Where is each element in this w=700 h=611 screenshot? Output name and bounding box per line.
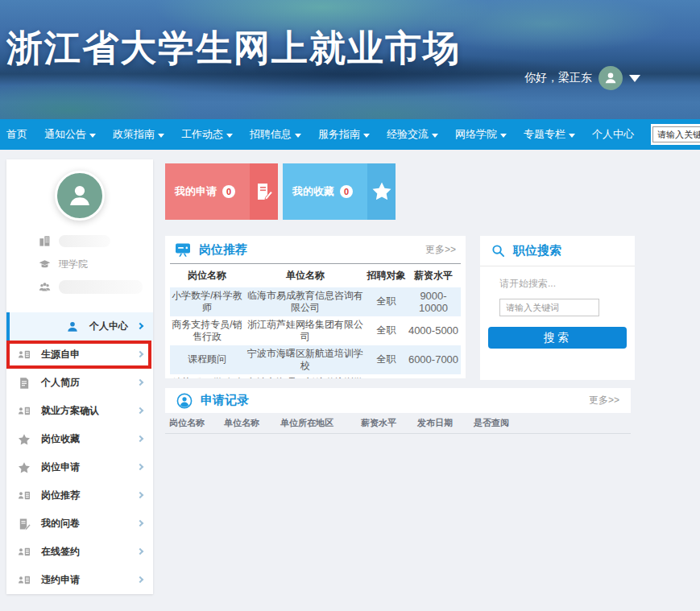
search-icon <box>491 244 505 258</box>
nav-item-经验交流[interactable]: 经验交流 <box>387 127 438 142</box>
chevron-right-icon <box>137 492 143 498</box>
nav-item-服务指南[interactable]: 服务指南 <box>318 127 370 142</box>
job-search-panel: 职位搜索 请开始搜索... 搜索 <box>480 236 635 380</box>
card-main: 我的收藏0 <box>283 163 367 220</box>
sidebar-item-label: 个人简历 <box>41 376 80 390</box>
id-card-icon <box>18 574 31 587</box>
user-avatar-icon[interactable] <box>599 66 623 90</box>
banner: 浙江省大学生网上就业市场 你好，梁正东 <box>0 0 700 119</box>
job-row[interactable]: 小学数学/科学教师临海市易成教育信息咨询有限公司全职9000-10000 <box>170 287 461 316</box>
nav-item-网络学院[interactable]: 网络学院 <box>455 127 507 142</box>
chevron-down-icon <box>363 134 370 138</box>
job-cell: 宁波市海曙区新航道培训学校 <box>244 374 367 379</box>
nav-item-首页[interactable]: 首页 <box>6 127 27 142</box>
nav-item-label: 政策指南 <box>113 127 155 142</box>
nav-item-个人中心[interactable]: 个人中心 <box>592 127 634 142</box>
sidebar-item-岗位推荐[interactable]: 岗位推荐 <box>6 481 153 510</box>
sidebar-menu: 个人中心生源自申个人简历就业方案确认岗位收藏岗位申请岗位推荐我的问卷在线签约违约… <box>6 312 153 594</box>
nav-item-招聘信息[interactable]: 招聘信息 <box>250 127 301 142</box>
apply-records-header: 申请记录 更多>> <box>165 388 631 413</box>
sidebar-item-我的问卷[interactable]: 我的问卷 <box>6 510 153 538</box>
chevron-down-icon <box>569 134 575 138</box>
nav-item-label: 个人中心 <box>592 127 634 142</box>
nav-item-label: 服务指南 <box>318 127 360 142</box>
group-icon <box>39 281 51 293</box>
job-cell: 全职 <box>367 287 406 316</box>
nav-item-label: 通知公告 <box>44 127 86 142</box>
sidebar-item-就业方案确认[interactable]: 就业方案确认 <box>6 397 153 425</box>
job-row[interactable]: 精英/腾飞学院助教主管宁波市海曙区新航道培训学校全职5000-6000 <box>170 374 461 379</box>
sidebar-item-违约申请[interactable]: 违约申请 <box>6 566 153 594</box>
job-cell: 全职 <box>367 374 406 379</box>
sidebar-item-个人简历[interactable]: 个人简历 <box>6 369 153 397</box>
sidebar-item-label: 岗位收藏 <box>41 432 80 446</box>
job-col-header: 岗位名称 <box>170 264 244 287</box>
sidebar-item-在线签约[interactable]: 在线签约 <box>6 538 153 566</box>
chevron-down-icon[interactable] <box>629 75 640 82</box>
profile-college-row: 理学院 <box>39 257 88 271</box>
college-label: 理学院 <box>59 258 88 271</box>
job-recommend-header: 岗位推荐 更多>> <box>165 236 466 263</box>
card-label: 我的收藏 <box>292 184 334 199</box>
nav-item-label: 首页 <box>6 127 27 142</box>
redacted-name <box>59 235 110 247</box>
resume-icon <box>18 377 31 390</box>
job-cell: 6000-7000 <box>406 345 461 374</box>
quick-card-我的收藏[interactable]: 我的收藏0 <box>283 163 396 220</box>
id-card-icon <box>18 546 31 559</box>
job-recommend-title: 岗位推荐 <box>199 242 247 258</box>
user-greeting: 你好，梁正东 <box>524 65 640 91</box>
job-row[interactable]: 课程顾问宁波市海曙区新航道培训学校全职6000-7000 <box>170 345 461 374</box>
profile-avatar <box>55 171 105 221</box>
sidebar-item-岗位申请[interactable]: 岗位申请 <box>6 453 153 481</box>
chevron-right-icon <box>137 436 143 442</box>
quick-card-我的申请[interactable]: 我的申请0 <box>165 163 278 220</box>
record-col-header: 单位所在地区 <box>280 417 361 429</box>
chevron-right-icon <box>137 520 143 526</box>
nav-search-input[interactable] <box>652 126 700 142</box>
search-button[interactable]: 搜索 <box>488 327 627 349</box>
sidebar-item-label: 岗位申请 <box>41 460 80 474</box>
main-nav: 首页通知公告政策指南工作动态招聘信息服务指南经验交流网络学院专题专栏个人中心 <box>0 119 700 150</box>
job-recommend-more-link[interactable]: 更多>> <box>425 243 456 257</box>
job-cell: 小学数学/科学教师 <box>170 287 244 316</box>
doc-edit-icon <box>250 163 278 220</box>
job-cell: 浙江葫芦娃网络集团有限公司 <box>244 316 367 345</box>
record-col-header: 单位名称 <box>224 417 280 429</box>
sidebar-item-label: 个人中心 <box>89 320 128 333</box>
apply-records-more-link[interactable]: 更多>> <box>589 394 619 407</box>
nav-item-label: 专题专栏 <box>524 127 565 142</box>
nav-item-工作动态[interactable]: 工作动态 <box>181 127 233 142</box>
nav-item-专题专栏[interactable]: 专题专栏 <box>524 127 575 142</box>
job-row[interactable]: 商务支持专员/销售行政浙江葫芦娃网络集团有限公司全职4000-5000 <box>170 316 461 345</box>
chevron-right-icon <box>137 351 143 357</box>
nav-item-label: 招聘信息 <box>250 127 292 142</box>
job-cell: 精英/腾飞学院助教主管 <box>170 374 244 379</box>
job-search-header: 职位搜索 <box>480 236 635 266</box>
building-icon <box>39 235 51 247</box>
nav-search <box>651 124 700 145</box>
sidebar-item-岗位收藏[interactable]: 岗位收藏 <box>6 425 153 453</box>
sidebar-item-个人中心[interactable]: 个人中心 <box>6 312 153 341</box>
count-badge: 0 <box>340 185 353 198</box>
user-icon <box>66 320 79 333</box>
job-col-header: 薪资水平 <box>406 264 461 287</box>
keyword-input[interactable] <box>499 299 599 316</box>
chevron-right-icon <box>137 548 143 555</box>
count-badge: 0 <box>222 185 235 198</box>
job-recommend-panel: 岗位推荐 更多>> 岗位名称单位名称招聘对象薪资水平 小学数学/科学教师临海市易… <box>165 236 466 378</box>
chevron-down-icon <box>432 134 438 138</box>
sidebar-item-label: 就业方案确认 <box>41 404 99 418</box>
person-circle-icon <box>176 393 193 409</box>
sidebar-item-生源自申[interactable]: 生源自申 <box>6 341 153 369</box>
chevron-down-icon <box>500 134 507 138</box>
chevron-down-icon <box>226 134 233 138</box>
form-edit-icon <box>18 518 31 530</box>
nav-item-通知公告[interactable]: 通知公告 <box>44 127 96 142</box>
apply-records-title: 申请记录 <box>201 393 249 408</box>
site-title: 浙江省大学生网上就业市场 <box>6 24 461 72</box>
card-main: 我的申请0 <box>165 163 250 220</box>
nav-item-政策指南[interactable]: 政策指南 <box>113 127 164 142</box>
job-cell: 课程顾问 <box>170 345 244 374</box>
chevron-right-icon <box>137 407 143 414</box>
